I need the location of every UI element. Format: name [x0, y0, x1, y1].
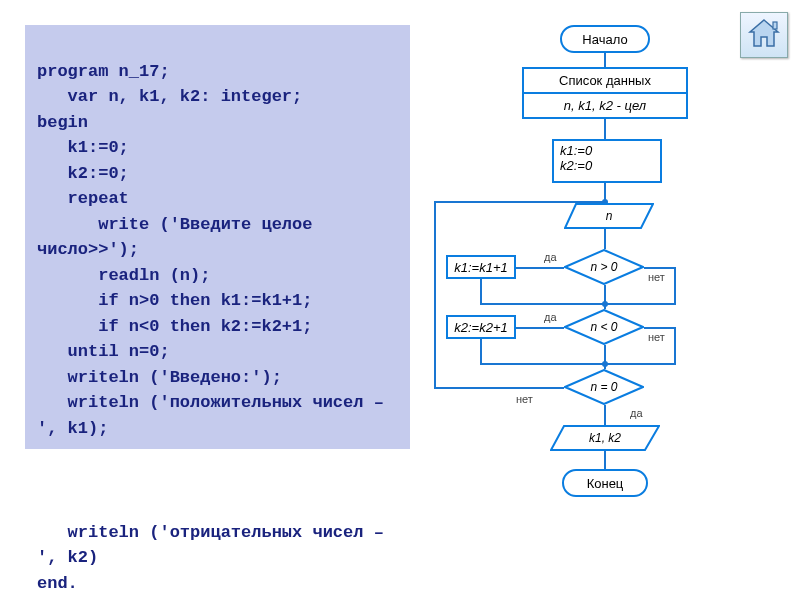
connector-line [480, 303, 606, 305]
flow-end-label: Конец [587, 476, 624, 491]
code-line: begin [37, 113, 88, 132]
connector-line [674, 327, 676, 365]
code-line: writeln ('Введено:'); [37, 368, 282, 387]
code-line: if n<0 then k2:=k2+1; [37, 317, 312, 336]
code-line: writeln ('положительных чисел – ', k1); [37, 393, 394, 438]
flow-process-init: k1:=0 k2:=0 [552, 139, 662, 183]
connector-line [480, 363, 606, 365]
flow-start-label: Начало [582, 32, 627, 47]
connector-line [606, 303, 676, 305]
flow-cond2-label: n < 0 [564, 309, 644, 345]
code-line: writeln ('отрицательных чисел – ', k2) [37, 523, 394, 568]
code-line: k1:=0; [37, 138, 129, 157]
code-line: var n, k1, k2: integer; [37, 87, 302, 106]
flow-init-line: k2:=0 [560, 158, 592, 173]
flow-data-block: Список данных n, k1, k2 - цел [522, 67, 688, 119]
edge-label-no: нет [648, 331, 665, 343]
connector-line [644, 327, 676, 329]
flow-io-input-n: n [564, 203, 654, 229]
pascal-code-block: program n_17; var n, k1, k2: integer; be… [25, 25, 410, 449]
code-line: repeat [37, 189, 129, 208]
code-line: if n>0 then k1:=k1+1; [37, 291, 312, 310]
connector-line [516, 267, 564, 269]
code-line: write ('Введите целое число>>'); [37, 215, 323, 260]
flow-decision-n-lt-0: n < 0 [564, 309, 644, 345]
flow-process-k2: k2:=k2+1 [446, 315, 516, 339]
connector-line [604, 345, 606, 369]
flow-init-line: k1:=0 [560, 143, 592, 158]
connector-line [516, 327, 564, 329]
flow-io-output: k1, k2 [550, 425, 660, 451]
code-line: readln (n); [37, 266, 210, 285]
flow-data-title: Список данных [524, 69, 686, 94]
connector-line [606, 363, 676, 365]
flowchart: Начало Список данных n, k1, k2 - цел k1:… [430, 15, 790, 595]
flow-input-n-label: n [564, 203, 654, 229]
connector-line [480, 279, 482, 303]
flow-action2-label: k2:=k2+1 [454, 320, 508, 335]
flow-cond3-label: n = 0 [564, 369, 644, 405]
flow-data-vars: n, k1, k2 - цел [524, 94, 686, 117]
flow-terminator-start: Начало [560, 25, 650, 53]
connector-line [674, 267, 676, 305]
code-line: k2:=0; [37, 164, 129, 183]
flow-terminator-end: Конец [562, 469, 648, 497]
connector-line [604, 285, 606, 309]
edge-label-no: нет [648, 271, 665, 283]
pascal-code-overflow: writeln ('отрицательных чисел – ', k2) e… [25, 494, 410, 596]
connector-line [644, 267, 676, 269]
connector-line [604, 405, 606, 425]
connector-line [604, 451, 606, 469]
code-line: program n_17; [37, 62, 170, 81]
flow-decision-n-eq-0: n = 0 [564, 369, 644, 405]
flow-process-k1: k1:=k1+1 [446, 255, 516, 279]
flow-action1-label: k1:=k1+1 [454, 260, 508, 275]
connector-line [480, 339, 482, 363]
edge-label-yes: да [544, 251, 557, 263]
connector-line [434, 387, 564, 389]
code-line: end. [37, 574, 78, 593]
flow-cond1-label: n > 0 [564, 249, 644, 285]
connector-line [434, 201, 436, 389]
flow-output-label: k1, k2 [550, 425, 660, 451]
connector-line [604, 229, 606, 249]
edge-label-yes: да [544, 311, 557, 323]
connector-line [434, 201, 604, 203]
connector-line [604, 53, 606, 67]
code-line: until n=0; [37, 342, 170, 361]
edge-label-yes: да [630, 407, 643, 419]
edge-label-no: нет [516, 393, 533, 405]
flow-decision-n-gt-0: n > 0 [564, 249, 644, 285]
connector-line [604, 119, 606, 139]
